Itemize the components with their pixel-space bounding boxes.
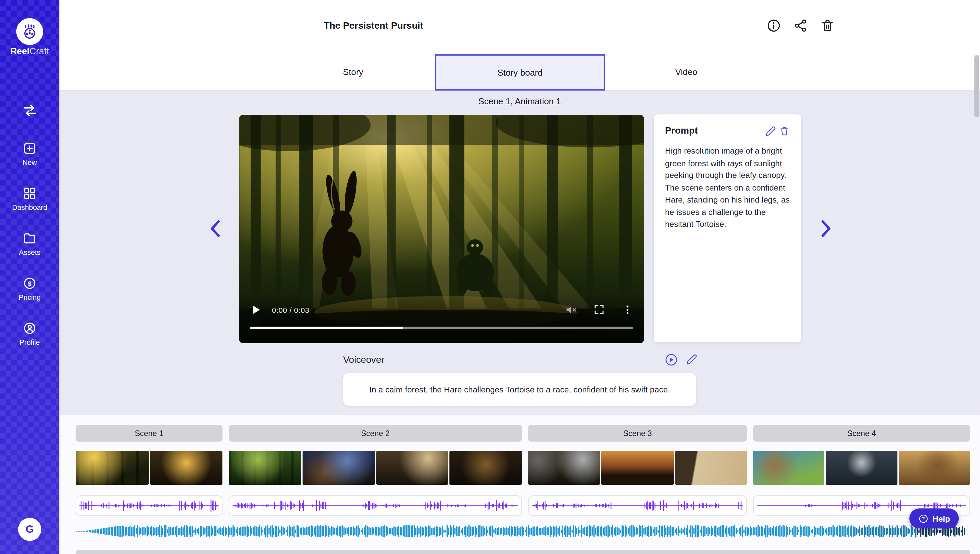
play-circle-icon [664,353,678,366]
scene-thumbnail[interactable] [150,451,222,485]
scene-thumbnail[interactable] [826,451,897,485]
scene-3-thumbnails [528,451,747,485]
sidebar-item-label: Assets [19,248,41,256]
sidebar-item-label: Pricing [19,293,41,301]
scene-thumbnail[interactable] [675,451,747,485]
brand-craft: Craft [29,46,49,56]
plus-square-icon [23,141,37,156]
help-button[interactable]: ? Help [909,508,959,529]
prompt-card: Prompt High resolution image of a bright… [654,114,801,342]
sidebar: ReelCraft New Dashboard [0,0,59,554]
svg-text:$: $ [28,280,32,287]
sidebar-item-label: Dashboard [12,204,47,211]
scene-thumbnail[interactable] [528,451,600,485]
scene-1-thumbnails [76,451,223,485]
scene-column-1: Scene 1 [76,425,223,442]
scene-thumbnail[interactable] [450,451,522,485]
reelcraft-logo[interactable] [16,18,43,45]
sidebar-item-new[interactable]: New [0,131,59,176]
scrollbar-thumb[interactable] [974,55,979,118]
scene-column-4: Scene 4 [753,425,970,442]
time-display: 0:00 / 0:03 [272,306,310,315]
prompt-title: Prompt [665,125,764,135]
project-title: The Persistent Pursuit [324,20,423,31]
scene-thumbnail[interactable] [601,451,674,485]
previous-animation-button[interactable] [206,218,225,240]
question-circle-icon: ? [918,513,929,524]
clipped-track-bar [76,550,970,554]
voiceover-label: Voiceover [343,354,384,365]
voiceover-text-box[interactable]: In a calm forest, the Hare challenges To… [343,373,696,406]
avatar-letter: G [26,523,34,536]
tab-story[interactable]: Story [269,53,437,91]
trash-icon [820,18,835,33]
film-reel-icon [21,23,38,40]
scene-caption: Scene 1, Animation 1 [59,96,980,106]
scene-column-2: Scene 2 [229,425,522,442]
scene-thumbnail[interactable] [229,451,301,485]
edit-voiceover-button[interactable] [684,353,698,367]
background-audio-waveform[interactable] [76,524,970,542]
person-circle-icon [23,321,37,336]
video-progress-played [250,327,403,330]
pencil-icon [765,125,776,137]
info-icon [766,18,781,33]
scene-1-voiceover-waveform[interactable] [76,495,223,516]
scene-3-header[interactable]: Scene 3 [528,425,747,442]
chevron-right-icon [818,218,834,239]
folder-icon [23,231,37,245]
mute-icon [565,303,578,316]
scene-thumbnail[interactable] [376,451,449,485]
video-player[interactable]: 0:00 / 0:03 [239,115,644,343]
dollar-circle-icon: $ [23,276,37,290]
delete-prompt-button[interactable] [778,125,791,138]
share-icon [793,18,808,33]
voiceover-text: In a calm forest, the Hare challenges To… [369,385,670,394]
collapse-sidebar-icon[interactable] [21,103,38,119]
help-label: Help [932,514,950,523]
share-button[interactable] [793,18,809,34]
video-progress-bar[interactable] [250,327,633,330]
chevron-left-icon [207,218,224,239]
scene-column-3: Scene 3 [528,425,747,442]
sidebar-item-label: New [22,159,37,166]
scene-4-header[interactable]: Scene 4 [753,425,970,442]
edit-prompt-button[interactable] [764,125,777,138]
scene-2-voiceover-waveform[interactable] [229,495,522,516]
scene-1-header[interactable]: Scene 1 [76,425,223,442]
prompt-text: High resolution image of a bright green … [665,145,791,230]
trash-icon [779,125,790,137]
play-icon [249,303,262,316]
fullscreen-button[interactable] [591,303,607,318]
scene-2-header[interactable]: Scene 2 [229,425,522,442]
app-root: ReelCraft New Dashboard [0,0,980,554]
user-avatar[interactable]: G [18,518,41,541]
play-button[interactable] [248,303,263,318]
info-button[interactable] [766,18,782,34]
scene-thumbnail[interactable] [302,451,375,485]
sidebar-item-profile[interactable]: Profile [0,311,59,356]
mute-button[interactable] [563,303,579,318]
scene-3-voiceover-waveform[interactable] [528,495,747,516]
play-voiceover-button[interactable] [664,353,678,366]
sidebar-item-assets[interactable]: Assets [0,221,59,266]
next-animation-button[interactable] [816,218,835,240]
tab-storyboard[interactable]: Story board [435,54,605,91]
fullscreen-icon [593,304,605,315]
scene-thumbnail[interactable] [753,451,824,485]
scene-4-thumbnails [753,451,970,485]
topbar: The Persistent Pursuit [59,0,980,53]
sidebar-nav: New Dashboard Assets $ Pri [0,131,59,356]
sidebar-item-dashboard[interactable]: Dashboard [0,176,59,221]
tab-video[interactable]: Video [602,53,771,91]
svg-text:?: ? [922,516,925,521]
tab-bar: Story Story board Video [59,53,980,91]
scene-thumbnail[interactable] [899,451,970,485]
delete-project-button[interactable] [819,18,836,34]
more-options-button[interactable] [620,303,635,318]
brand-name: ReelCraft [0,46,59,56]
sidebar-item-pricing[interactable]: $ Pricing [0,266,59,311]
kebab-icon [622,304,633,315]
scene-thumbnail[interactable] [76,451,148,485]
player-controls: 0:00 / 0:03 [248,302,635,319]
